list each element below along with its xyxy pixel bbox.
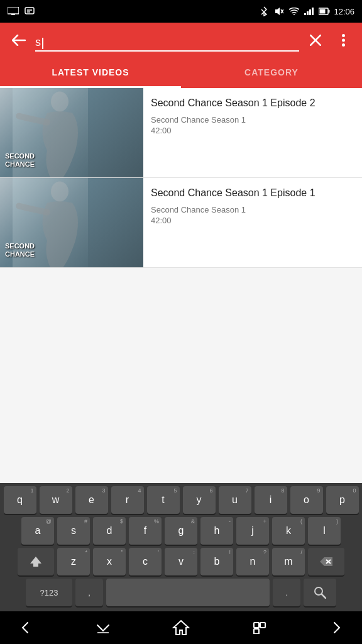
svg-point-25 xyxy=(51,182,69,202)
key-q[interactable]: 1q xyxy=(4,486,36,514)
tabs: LATEST VIDEOS CATEGORY xyxy=(0,58,362,88)
svg-point-8 xyxy=(293,14,295,16)
keyboard-row-3: *z "x 'c :v !b ?n /m xyxy=(0,545,362,575)
key-period[interactable]: . xyxy=(273,579,300,606)
key-h[interactable]: -h xyxy=(200,517,233,545)
key-a[interactable]: @a xyxy=(21,517,54,545)
key-i[interactable]: 8i xyxy=(255,486,287,514)
svg-rect-14 xyxy=(320,9,326,14)
svg-point-20 xyxy=(342,39,345,42)
key-n[interactable]: ?n xyxy=(236,548,269,575)
video-duration-1: 42:00 xyxy=(151,126,354,135)
video-info-1: Second Chance Season 1 Episode 2 Second … xyxy=(143,88,362,177)
svg-rect-9 xyxy=(304,13,306,15)
svg-point-21 xyxy=(342,43,345,47)
svg-rect-2 xyxy=(25,8,34,14)
key-b[interactable]: !b xyxy=(200,548,233,575)
list-item[interactable]: SECOND CHANCE Second Chance Season 1 Epi… xyxy=(0,178,362,268)
svg-rect-34 xyxy=(260,623,265,628)
key-space[interactable] xyxy=(106,579,270,606)
signal-icon xyxy=(304,7,315,16)
nav-keyboard-down-button[interactable] xyxy=(89,614,117,641)
key-x[interactable]: "x xyxy=(93,548,126,575)
keyboard-row-2: @a #s $d %f &g -h +j (k )l xyxy=(0,514,362,545)
tab-latest-videos-label: LATEST VIDEOS xyxy=(52,67,129,77)
video-title-2: Second Chance Season 1 Episode 1 xyxy=(151,187,354,200)
key-e[interactable]: 3e xyxy=(75,486,108,514)
search-bar: s xyxy=(0,23,362,58)
key-d[interactable]: $d xyxy=(93,517,126,545)
thumbnail-overlay-text-2: SECOND CHANCE xyxy=(5,242,35,258)
clock-time: 12:06 xyxy=(334,7,354,16)
key-num-switch[interactable]: ?123 xyxy=(26,579,72,606)
keyboard-row-4: ?123 , . xyxy=(0,575,362,611)
search-cursor xyxy=(42,38,43,49)
key-w[interactable]: 2w xyxy=(40,486,72,514)
key-backspace[interactable] xyxy=(308,548,344,575)
video-info-2: Second Chance Season 1 Episode 1 Second … xyxy=(143,178,362,267)
key-j[interactable]: +j xyxy=(236,517,269,545)
key-y[interactable]: 6y xyxy=(183,486,216,514)
key-k[interactable]: (k xyxy=(272,517,305,545)
nav-forward-button[interactable] xyxy=(322,614,349,641)
key-t[interactable]: 5t xyxy=(147,486,180,514)
svg-rect-35 xyxy=(254,629,259,634)
battery-icon xyxy=(319,7,330,16)
video-thumbnail-2: SECOND CHANCE xyxy=(0,178,143,267)
mute-icon xyxy=(273,7,285,16)
video-title-1: Second Chance Season 1 Episode 2 xyxy=(151,97,354,110)
clear-button[interactable] xyxy=(304,29,327,52)
search-input[interactable]: s xyxy=(35,29,299,52)
svg-rect-12 xyxy=(312,8,314,15)
bluetooth-icon xyxy=(258,7,270,16)
key-s[interactable]: #s xyxy=(57,517,90,545)
key-r[interactable]: 4r xyxy=(111,486,144,514)
nav-recents-button[interactable] xyxy=(246,614,273,641)
tab-latest-videos[interactable]: LATEST VIDEOS xyxy=(0,58,181,86)
keyboard-row-1: 1q 2w 3e 4r 5t 6y 7u 8i 9o 0p xyxy=(0,483,362,514)
svg-point-23 xyxy=(51,92,69,112)
screen-icon xyxy=(8,7,19,16)
svg-rect-11 xyxy=(309,9,311,15)
keyboard: 1q 2w 3e 4r 5t 6y 7u 8i 9o 0p @a #s $d %… xyxy=(0,483,362,611)
svg-rect-33 xyxy=(254,623,259,628)
svg-marker-5 xyxy=(275,8,280,15)
key-o[interactable]: 9o xyxy=(290,486,323,514)
tab-category-label: CATEGORY xyxy=(244,67,299,77)
status-bar-left xyxy=(8,7,35,16)
key-f[interactable]: %f xyxy=(129,517,162,545)
back-button[interactable] xyxy=(8,29,30,52)
search-text: s xyxy=(35,36,41,49)
video-series-2: Second Chance Season 1 xyxy=(151,205,354,214)
video-series-1: Second Chance Season 1 xyxy=(151,115,354,125)
svg-marker-32 xyxy=(173,621,189,635)
video-thumbnail-1: SECOND CHANCE xyxy=(0,88,143,177)
status-bar: 12:06 xyxy=(0,0,362,23)
key-c[interactable]: 'c xyxy=(129,548,162,575)
key-z[interactable]: *z xyxy=(57,548,90,575)
key-shift[interactable] xyxy=(18,548,54,575)
key-m[interactable]: /m xyxy=(272,548,305,575)
thumbnail-overlay-text-1: SECOND CHANCE xyxy=(5,152,35,169)
video-duration-2: 42:00 xyxy=(151,216,354,225)
key-v[interactable]: :v xyxy=(165,548,197,575)
nav-bar xyxy=(0,611,362,644)
svg-rect-10 xyxy=(307,11,309,15)
key-l[interactable]: )l xyxy=(308,517,341,545)
key-p[interactable]: 0p xyxy=(326,486,359,514)
svg-marker-26 xyxy=(30,557,41,567)
status-bar-right: 12:06 xyxy=(258,7,354,16)
tab-category[interactable]: CATEGORY xyxy=(181,58,362,86)
key-comma[interactable]: , xyxy=(75,579,103,606)
key-u[interactable]: 7u xyxy=(219,486,251,514)
more-options-button[interactable] xyxy=(332,29,354,52)
list-item[interactable]: SECOND CHANCE Second Chance Season 1 Epi… xyxy=(0,88,362,178)
svg-line-30 xyxy=(322,594,326,598)
key-g[interactable]: &g xyxy=(165,517,197,545)
key-search[interactable] xyxy=(304,579,336,606)
svg-rect-15 xyxy=(329,10,330,13)
nav-back-button[interactable] xyxy=(13,614,40,641)
wifi-icon xyxy=(288,7,300,16)
nav-home-button[interactable] xyxy=(165,616,197,639)
bbm-icon xyxy=(24,7,35,16)
